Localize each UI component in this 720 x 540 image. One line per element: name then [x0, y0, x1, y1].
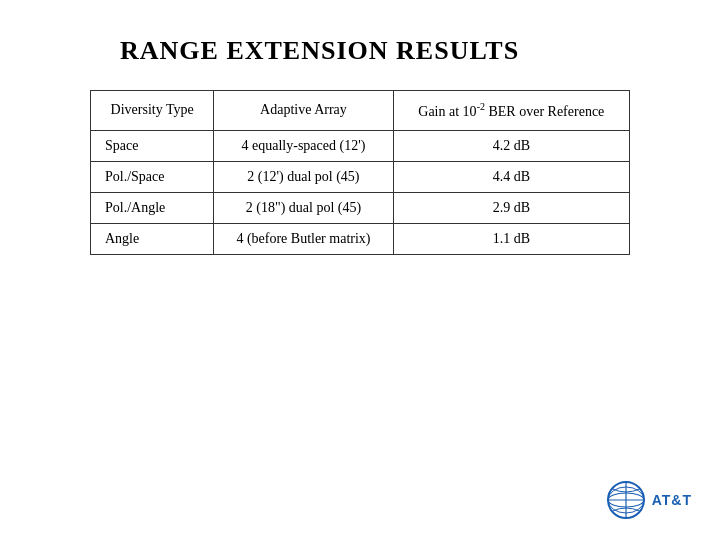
cell-diversity-type: Pol./Angle: [91, 192, 214, 223]
cell-adaptive-array: 2 (18") dual pol (45): [214, 192, 393, 223]
col-header-diversity-type: Diversity Type: [91, 91, 214, 131]
gain-label-suffix: BER over Reference: [485, 104, 604, 119]
att-label: AT&T: [652, 492, 692, 508]
cell-gain: 2.9 dB: [393, 192, 629, 223]
cell-diversity-type: Angle: [91, 223, 214, 254]
att-logo: AT&T: [606, 480, 692, 520]
table-row: Space 4 equally-spaced (12') 4.2 dB: [91, 130, 630, 161]
cell-diversity-type: Pol./Space: [91, 161, 214, 192]
results-table-container: Diversity Type Adaptive Array Gain at 10…: [30, 90, 690, 255]
table-row: Pol./Space 2 (12') dual pol (45) 4.4 dB: [91, 161, 630, 192]
cell-diversity-type: Space: [91, 130, 214, 161]
page-title: RANGE EXTENSION RESULTS: [120, 36, 720, 66]
col-header-adaptive-array: Adaptive Array: [214, 91, 393, 131]
cell-adaptive-array: 4 (before Butler matrix): [214, 223, 393, 254]
cell-gain: 4.4 dB: [393, 161, 629, 192]
col-header-gain: Gain at 10-2 BER over Reference: [393, 91, 629, 131]
att-globe-icon: [606, 480, 646, 520]
table-row: Pol./Angle 2 (18") dual pol (45) 2.9 dB: [91, 192, 630, 223]
cell-adaptive-array: 4 equally-spaced (12'): [214, 130, 393, 161]
gain-superscript: -2: [477, 101, 485, 112]
gain-label-prefix: Gain at 10: [418, 104, 476, 119]
cell-gain: 4.2 dB: [393, 130, 629, 161]
table-row: Angle 4 (before Butler matrix) 1.1 dB: [91, 223, 630, 254]
cell-gain: 1.1 dB: [393, 223, 629, 254]
cell-adaptive-array: 2 (12') dual pol (45): [214, 161, 393, 192]
results-table: Diversity Type Adaptive Array Gain at 10…: [90, 90, 630, 255]
